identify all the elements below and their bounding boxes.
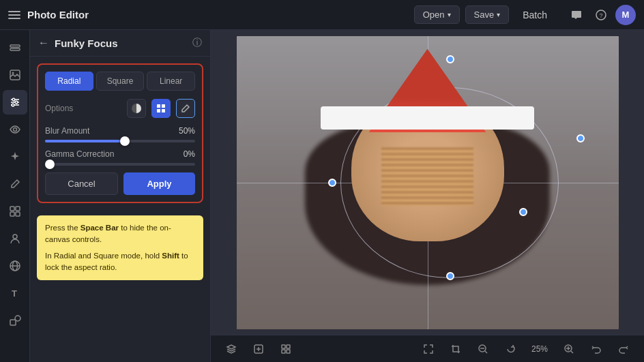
help-icon-button[interactable]: ? xyxy=(591,5,611,25)
undo-button[interactable] xyxy=(587,340,606,359)
zoom-in-button[interactable] xyxy=(559,340,579,359)
redo-icon xyxy=(618,344,629,355)
gamma-slider-thumb[interactable] xyxy=(45,160,55,169)
add-layer-button[interactable] xyxy=(249,340,268,359)
control-point-bottom[interactable] xyxy=(446,272,454,280)
cancel-button[interactable]: Cancel xyxy=(45,172,118,195)
action-buttons: Cancel Apply xyxy=(45,172,195,195)
rotate-icon xyxy=(505,344,516,355)
svg-point-12 xyxy=(13,128,16,132)
grid-bottom-button[interactable] xyxy=(276,340,295,359)
redo-button[interactable] xyxy=(614,340,633,359)
zoom-in-icon xyxy=(564,344,574,355)
batch-button[interactable]: Batch xyxy=(514,6,555,24)
layers-bottom-icon-button[interactable] xyxy=(222,340,241,359)
half-circle-icon xyxy=(132,104,141,113)
sidebar-item-sparkle[interactable] xyxy=(3,145,27,169)
photo-inner xyxy=(237,36,619,329)
grid-view-icon-button[interactable] xyxy=(151,99,171,118)
svg-rect-22 xyxy=(10,320,16,325)
options-label: Options xyxy=(45,104,121,113)
apply-button[interactable]: Apply xyxy=(123,172,195,195)
edit-icon-button[interactable] xyxy=(176,99,195,118)
undo-icon xyxy=(591,344,602,355)
svg-rect-24 xyxy=(157,104,160,108)
menu-icon[interactable] xyxy=(8,8,22,22)
blur-value: 50% xyxy=(179,126,195,136)
panel-header: ← Funky Focus ⓘ xyxy=(30,30,210,57)
sidebar-item-brush[interactable] xyxy=(3,172,27,196)
gamma-slider-track[interactable] xyxy=(45,163,195,166)
zoom-out-icon xyxy=(478,344,488,355)
sidebar-item-person[interactable] xyxy=(3,226,27,251)
avatar[interactable]: M xyxy=(615,5,636,25)
svg-line-41 xyxy=(571,351,573,353)
navbar: Photo Editor Open ▾ Save ▾ Batch ? M xyxy=(0,0,644,30)
svg-point-17 xyxy=(13,235,17,239)
svg-point-23 xyxy=(15,316,20,321)
svg-point-11 xyxy=(12,104,14,106)
blur-slider-thumb[interactable] xyxy=(120,136,130,146)
control-point-top[interactable] xyxy=(446,55,454,63)
open-button[interactable]: Open ▾ xyxy=(414,5,460,24)
half-circle-icon-button[interactable] xyxy=(127,99,146,118)
svg-rect-31 xyxy=(282,345,285,348)
expand-icon xyxy=(423,344,434,355)
tab-square[interactable]: Square xyxy=(96,72,145,91)
svg-rect-13 xyxy=(10,207,14,211)
svg-rect-3 xyxy=(10,48,20,50)
layers-bottom-icon xyxy=(226,344,237,355)
hat-brim xyxy=(321,106,535,130)
crop-icon xyxy=(450,344,461,355)
sidebar-item-globe[interactable] xyxy=(3,254,27,278)
blur-slider-track[interactable] xyxy=(45,140,195,142)
svg-line-37 xyxy=(485,351,487,353)
svg-text:T: T xyxy=(12,288,17,299)
svg-rect-27 xyxy=(162,109,165,112)
svg-point-10 xyxy=(15,101,18,104)
crop-button[interactable] xyxy=(446,340,465,359)
tip-box: Press the Space Bar to hide the on-canva… xyxy=(37,215,203,280)
sidebar-item-text[interactable]: T xyxy=(3,281,27,305)
main-area: T ← Funky Focus ⓘ Radial Square Linear O… xyxy=(0,30,644,362)
info-icon[interactable]: ⓘ xyxy=(192,37,202,49)
control-point-right[interactable] xyxy=(576,134,585,142)
expand-button[interactable] xyxy=(419,340,438,359)
save-button[interactable]: Save ▾ xyxy=(465,5,510,24)
sidebar-item-layers[interactable] xyxy=(3,35,27,60)
pixelated-center xyxy=(381,147,473,206)
svg-rect-14 xyxy=(16,207,20,211)
options-row: Options xyxy=(45,99,195,118)
svg-rect-26 xyxy=(157,109,160,112)
grid-bottom-icon xyxy=(280,344,291,355)
sidebar-item-grid[interactable] xyxy=(3,199,27,224)
svg-rect-2 xyxy=(10,45,20,47)
control-point-left[interactable] xyxy=(328,179,336,187)
mode-tabs: Radial Square Linear xyxy=(45,72,195,91)
svg-rect-34 xyxy=(287,350,290,353)
control-point-bottom-right[interactable] xyxy=(519,208,527,216)
svg-point-9 xyxy=(12,98,15,101)
zoom-level: 25% xyxy=(528,344,551,354)
zoom-out-button[interactable] xyxy=(473,340,493,359)
icon-sidebar: T xyxy=(0,30,30,362)
canvas-content xyxy=(211,30,644,335)
sidebar-item-shapes[interactable] xyxy=(3,308,27,333)
app-title: Photo Editor xyxy=(27,9,89,20)
gamma-value: 0% xyxy=(184,149,195,159)
sidebar-item-image[interactable] xyxy=(3,63,27,87)
nav-icons: ? M xyxy=(566,5,636,25)
funky-focus-controls: Radial Square Linear Options xyxy=(37,63,203,203)
blur-slider-row: Blur Amount 50% xyxy=(45,126,195,142)
chat-icon-button[interactable] xyxy=(566,5,587,25)
canvas-area: 25% xyxy=(211,30,644,362)
panel-title: Funky Focus xyxy=(55,37,187,49)
sidebar-item-eye[interactable] xyxy=(3,117,27,142)
sidebar-item-adjustments[interactable] xyxy=(3,90,27,115)
tab-linear[interactable]: Linear xyxy=(147,72,195,91)
svg-rect-33 xyxy=(282,350,285,353)
svg-rect-16 xyxy=(16,212,20,216)
back-button[interactable]: ← xyxy=(38,37,49,49)
rotate-button[interactable] xyxy=(501,340,520,359)
tab-radial[interactable]: Radial xyxy=(45,72,93,91)
